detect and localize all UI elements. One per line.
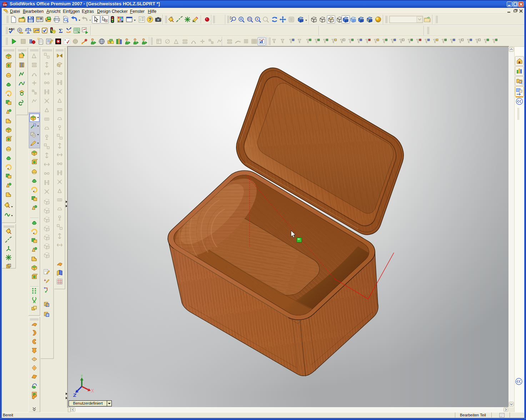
svg-text:+: + [44,278,46,282]
svg-text:ABC: ABC [9,27,15,31]
svg-text:Σ: Σ [59,27,62,34]
svg-text:?: ? [149,17,151,22]
svg-text:SW: SW [3,4,7,6]
